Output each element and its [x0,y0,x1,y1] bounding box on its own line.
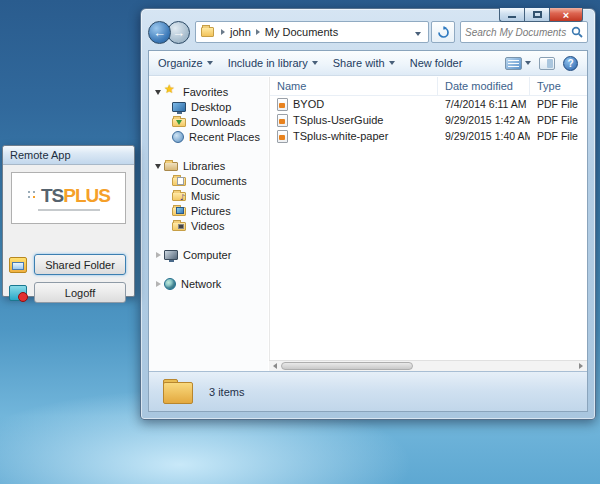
forward-arrow-icon: → [172,26,185,39]
organize-menu[interactable]: Organize [158,57,213,69]
include-in-library-label: Include in library [228,57,308,69]
expander-icon[interactable] [153,161,163,171]
pdf-file-icon [277,98,288,111]
file-row[interactable]: BYOD 7/4/2014 6:11 AM PDF File [270,96,587,112]
file-name: TSplus-UserGuide [293,114,383,126]
explorer-body: Favorites Desktop Downloads Recent Place… [149,77,587,371]
sidebar-item-videos[interactable]: Videos [149,218,268,233]
breadcrumb-separator-icon [256,29,260,35]
sidebar-item-network[interactable]: Network [149,276,268,291]
views-icon [505,57,522,70]
preview-pane-button[interactable] [539,57,555,70]
logoff-button[interactable]: Logoff [34,282,126,303]
tsplus-logo: TS PLUS [11,172,126,224]
sidebar-item-libraries[interactable]: Libraries [149,158,268,173]
items-count: 3 items [209,386,244,398]
address-bar[interactable]: john My Documents [195,21,429,43]
refresh-button[interactable] [431,21,455,43]
chevron-down-icon [312,61,318,65]
downloads-icon [172,118,186,127]
help-button[interactable]: ? [563,56,578,71]
caption-buttons: × [499,8,583,22]
remote-app-titlebar[interactable]: Remote App [3,146,134,165]
desktop: × ← → john My Documents [0,0,600,484]
file-name: TSplus-white-paper [293,130,388,142]
change-view-button[interactable] [505,57,531,70]
expander-icon[interactable] [153,279,163,289]
file-date: 9/29/2015 1:40 AM [438,130,530,142]
pdf-file-icon [277,130,288,143]
explorer-content-frame: Organize Include in library Share with N… [148,50,588,412]
sidebar-item-favorites[interactable]: Favorites [149,84,268,99]
file-name-cell: TSplus-white-paper [270,130,438,143]
file-row[interactable]: TSplus-UserGuide 9/29/2015 1:42 AM PDF F… [270,112,587,128]
file-type: PDF File [530,130,587,142]
file-name-cell: BYOD [270,98,438,111]
pictures-icon [172,207,186,216]
sidebar-item-computer[interactable]: Computer [149,247,268,262]
sidebar-item-label: Favorites [183,86,228,98]
scroll-right-button[interactable] [575,361,587,372]
command-bar-right: ? [505,56,578,71]
documents-icon [172,177,186,186]
sidebar-item-desktop[interactable]: Desktop [149,99,268,114]
pdf-file-icon [277,114,288,127]
file-name-cell: TSplus-UserGuide [270,114,438,127]
tsplus-logo-mark-icon [27,190,37,200]
column-headers: Name Date modified Type [270,77,587,96]
sidebar-item-label: Recent Places [189,131,260,143]
share-with-label: Share with [333,57,385,69]
horizontal-scrollbar[interactable] [269,360,587,371]
organize-label: Organize [158,57,203,69]
sidebar-item-documents[interactable]: Documents [149,173,268,188]
search-box[interactable]: Search My Documents [460,21,588,43]
sidebar-item-label: Documents [191,175,247,187]
search-icon [571,26,583,38]
network-icon [164,278,176,290]
navigation-bar: ← → john My Documents Search My Docu [148,20,588,44]
sidebar-item-music[interactable]: Music [149,188,268,203]
maximize-button[interactable] [524,8,549,22]
recent-places-icon [172,131,184,143]
sidebar-item-label: Music [191,190,220,202]
new-folder-button[interactable]: New folder [410,57,463,69]
shared-folder-row: Shared Folder [9,254,126,275]
music-icon [172,192,186,201]
folder-icon [201,27,214,37]
breadcrumb-folder[interactable]: My Documents [262,26,341,38]
include-in-library-menu[interactable]: Include in library [228,57,318,69]
chevron-down-icon [207,61,213,65]
file-date: 9/29/2015 1:42 AM [438,114,530,126]
sidebar-item-recent-places[interactable]: Recent Places [149,129,268,144]
file-name: BYOD [293,98,324,110]
scroll-left-button[interactable] [269,361,281,372]
file-row[interactable]: TSplus-white-paper 9/29/2015 1:40 AM PDF… [270,128,587,144]
column-header-type[interactable]: Type [530,77,587,95]
remote-app-window: Remote App TS PLUS Shared Folder Logoff [2,145,135,297]
logoff-row: Logoff [9,282,126,303]
column-header-date-modified[interactable]: Date modified [438,77,530,95]
back-button[interactable]: ← [148,21,171,44]
sidebar-item-downloads[interactable]: Downloads [149,114,268,129]
expander-icon[interactable] [153,250,163,260]
logo-text-ts: TS [41,186,63,205]
chevron-down-icon [525,61,531,65]
address-dropdown-button[interactable] [412,26,424,38]
file-list: Name Date modified Type BYOD 7/4/2014 6:… [269,77,587,371]
shared-folder-button[interactable]: Shared Folder [34,254,126,275]
sidebar-item-pictures[interactable]: Pictures [149,203,268,218]
sidebar-item-label: Libraries [183,160,225,172]
minimize-button[interactable] [499,8,524,22]
column-header-name[interactable]: Name [270,77,438,95]
breadcrumb-user[interactable]: john [227,26,254,38]
remote-app-title: Remote App [10,149,71,161]
expander-icon[interactable] [153,87,163,97]
explorer-window: × ← → john My Documents [140,8,596,420]
sidebar-item-label: Pictures [191,205,231,217]
refresh-icon [437,26,450,39]
sidebar-item-label: Network [181,278,221,290]
share-with-menu[interactable]: Share with [333,57,395,69]
search-placeholder: Search My Documents [465,27,571,38]
scrollbar-thumb[interactable] [281,362,413,370]
close-button[interactable]: × [549,8,583,22]
